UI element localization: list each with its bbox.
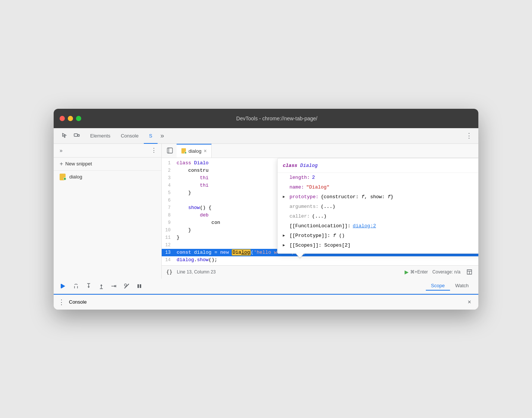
deactivate-button[interactable]: [121, 281, 132, 291]
step-over-button[interactable]: [71, 281, 81, 291]
step-out-button[interactable]: [96, 281, 107, 291]
tooltip-arrow: [296, 253, 304, 258]
new-snippet-label: New snippet: [65, 161, 92, 167]
devtools-body: » ⋮ + New snippet dialog: [54, 144, 478, 310]
svg-rect-7: [61, 284, 62, 288]
tooltip-expand-scopes[interactable]: ▶: [283, 242, 287, 249]
new-snippet-button[interactable]: + New snippet: [54, 158, 161, 171]
tooltip-popup: class Dialog length: 2 name: "Dial: [277, 158, 478, 254]
code-tab-filename: dialog: [189, 148, 202, 154]
step-into-button[interactable]: [83, 281, 94, 291]
tab-scope[interactable]: Scope: [426, 281, 450, 291]
svg-rect-19: [137, 284, 139, 288]
run-shortcut: ⌘+Enter: [410, 269, 428, 275]
tooltip-expand-prototype[interactable]: ▶: [283, 193, 287, 201]
function-location-link[interactable]: dialog:2: [353, 222, 376, 230]
code-editor[interactable]: class Dialog length: 2 name: "Dial: [162, 158, 478, 265]
tab-icons: [57, 128, 85, 143]
scope-watch-tabs: Scope Watch: [426, 281, 474, 291]
tab-kebab-icon[interactable]: ⋮: [463, 128, 475, 143]
tooltip-row-length: length: 2: [278, 173, 478, 183]
code-file-icon: [181, 148, 186, 153]
device-icon[interactable]: [72, 130, 82, 141]
svg-rect-20: [140, 284, 141, 288]
tooltip-row-functionlocation: [[FunctionLocation]]: dialog:2: [278, 221, 478, 231]
devtools-window: DevTools - chrome://new-tab-page/ Elemen…: [54, 109, 478, 310]
console-close-button[interactable]: ×: [465, 298, 474, 307]
svg-point-18: [124, 284, 127, 286]
status-dropdown-button[interactable]: [465, 267, 474, 276]
window-title: DevTools - chrome://new-tab-page/: [81, 115, 472, 121]
code-area: dialog × class Dialog length:: [162, 144, 478, 279]
code-tabs: dialog ×: [162, 144, 478, 158]
pause-button[interactable]: [134, 281, 145, 291]
status-bar: {} Line 13, Column 23 ▶ ⌘+Enter Coverage…: [162, 265, 478, 279]
titlebar: DevTools - chrome://new-tab-page/: [54, 109, 478, 128]
snippet-item-dialog[interactable]: dialog: [54, 171, 161, 183]
tooltip-expand-proto[interactable]: ▶: [283, 232, 287, 240]
sidebar: » ⋮ + New snippet dialog: [54, 144, 162, 279]
toggle-sidebar-button[interactable]: [165, 145, 175, 156]
inspect-icon[interactable]: [60, 130, 70, 141]
svg-marker-12: [100, 284, 102, 286]
maximize-button[interactable]: [76, 116, 81, 121]
svg-rect-1: [78, 134, 79, 136]
tab-elements[interactable]: Elements: [85, 129, 115, 144]
cursor-position: Line 13, Column 23: [177, 269, 400, 275]
tooltip-row-caller: caller: (...): [278, 212, 478, 221]
format-code-button[interactable]: {}: [166, 269, 172, 275]
console-more-icon[interactable]: ⋮: [58, 298, 65, 306]
tab-watch[interactable]: Watch: [450, 281, 474, 291]
tab-more-icon[interactable]: »: [158, 128, 167, 143]
close-button[interactable]: [60, 116, 65, 121]
traffic-lights: [60, 116, 81, 121]
svg-rect-2: [167, 148, 172, 153]
tooltip-row-prototype: ▶ prototype: {constructor: f, show: f}: [278, 192, 478, 202]
step-button[interactable]: [109, 281, 119, 291]
code-tab-close-button[interactable]: ×: [204, 148, 207, 153]
sidebar-expand-icon[interactable]: »: [57, 146, 66, 155]
coverage-label: Coverage: n/a: [433, 269, 460, 275]
svg-marker-6: [61, 284, 65, 288]
devtools-tab-bar: Elements Console S » ⋮: [54, 128, 478, 144]
snippet-item-label: dialog: [69, 174, 82, 180]
resume-button[interactable]: [58, 281, 69, 291]
sidebar-toolbar: » ⋮: [54, 144, 161, 158]
run-icon: ▶: [405, 269, 409, 275]
code-line-14: 14 dialog.show();: [162, 256, 478, 264]
plus-icon: +: [60, 161, 63, 167]
debug-toolbar: Scope Watch: [54, 279, 478, 294]
run-button[interactable]: ▶ ⌘+Enter: [405, 269, 428, 275]
svg-marker-9: [88, 286, 90, 288]
minimize-button[interactable]: [68, 116, 73, 121]
svg-rect-0: [74, 134, 77, 136]
tab-sources[interactable]: S: [144, 129, 158, 144]
tooltip-row-proto-chain: ▶ [[Prototype]]: f (): [278, 231, 478, 241]
sidebar-more-icon[interactable]: ⋮: [149, 146, 158, 155]
devtools-main: » ⋮ + New snippet dialog: [54, 144, 478, 279]
tooltip-header: class Dialog: [278, 158, 478, 173]
console-label: Console: [69, 299, 87, 305]
code-tab-dialog[interactable]: dialog ×: [177, 144, 212, 158]
snippet-file-icon: [60, 174, 66, 180]
tooltip-row-name: name: "Dialog": [278, 183, 478, 192]
tooltip-row-arguments: arguments: (...): [278, 202, 478, 212]
tab-console[interactable]: Console: [115, 129, 144, 144]
console-bar: ⋮ Console ×: [54, 294, 478, 310]
tooltip-row-scopes: ▶ [[Scopes]]: Scopes[2]: [278, 241, 478, 250]
